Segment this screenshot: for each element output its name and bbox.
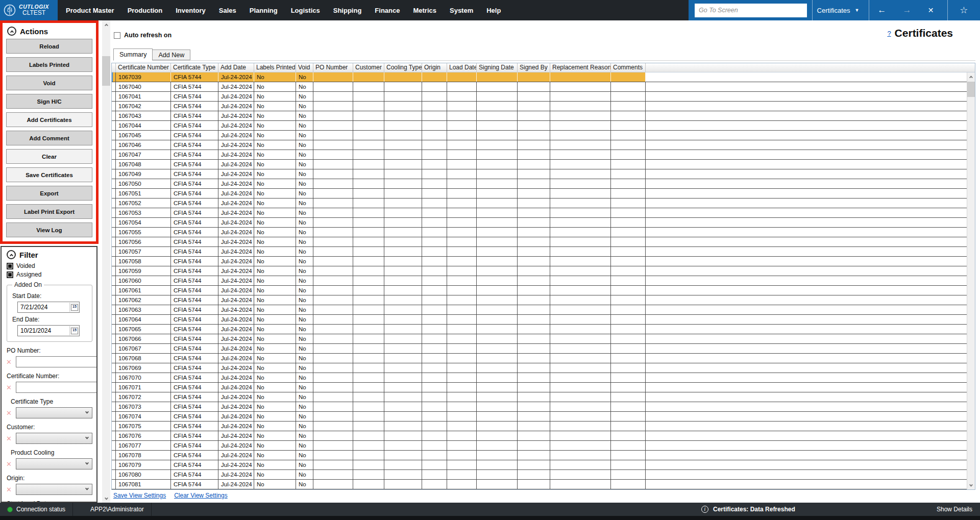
table-row[interactable]: 1067056CFIA 5744Jul-24-2024NoNo bbox=[112, 237, 975, 247]
table-row[interactable]: 1067062CFIA 5744Jul-24-2024NoNo bbox=[112, 295, 975, 305]
table-row[interactable]: 1067069CFIA 5744Jul-24-2024NoNo bbox=[112, 363, 975, 373]
view-log-button[interactable]: View Log bbox=[6, 222, 92, 237]
table-row-selected[interactable]: 1067039CFIA 5744Jul-24-2024NoNo bbox=[112, 72, 975, 82]
table-row[interactable]: 1067050CFIA 5744Jul-24-2024NoNo bbox=[112, 179, 975, 189]
table-row[interactable]: 1067078CFIA 5744Jul-24-2024NoNo bbox=[112, 451, 975, 460]
favorite-star-icon[interactable]: ☆ bbox=[960, 5, 968, 16]
table-row[interactable]: 1067076CFIA 5744Jul-24-2024NoNo bbox=[112, 431, 975, 441]
table-row[interactable]: 1067072CFIA 5744Jul-24-2024NoNo bbox=[112, 392, 975, 402]
clear-filter-icon[interactable]: ✕ bbox=[6, 358, 13, 366]
scroll-up-button[interactable] bbox=[102, 20, 110, 29]
column-header-labels-printed[interactable]: Labels Printed bbox=[254, 63, 296, 72]
sidebar-scrollbar[interactable] bbox=[102, 20, 110, 503]
column-header-origin[interactable]: Origin bbox=[422, 63, 447, 72]
add-certificates-button[interactable]: Add Certificates bbox=[6, 112, 92, 127]
column-header-signing-date[interactable]: Signing Date bbox=[477, 63, 518, 72]
table-scrollbar[interactable] bbox=[967, 72, 975, 489]
table-row[interactable]: 1067047CFIA 5744Jul-24-2024NoNo bbox=[112, 150, 975, 160]
table-row[interactable]: 1067048CFIA 5744Jul-24-2024NoNo bbox=[112, 160, 975, 169]
clear-filter-icon[interactable]: ✕ bbox=[6, 460, 13, 468]
column-header-cooling-type[interactable]: Cooling Type bbox=[384, 63, 422, 72]
menu-finance[interactable]: Finance bbox=[375, 7, 400, 14]
filter-select-certificate-type[interactable] bbox=[16, 407, 92, 418]
menu-help[interactable]: Help bbox=[486, 7, 501, 14]
column-header-add-date[interactable]: Add Date bbox=[218, 63, 254, 72]
menu-production[interactable]: Production bbox=[128, 7, 163, 14]
table-row[interactable]: 1067053CFIA 5744Jul-24-2024NoNo bbox=[112, 208, 975, 218]
collapse-filter-button[interactable] bbox=[7, 250, 16, 259]
menu-sales[interactable]: Sales bbox=[219, 7, 236, 14]
column-header-load-date[interactable]: Load Date bbox=[447, 63, 477, 72]
clear-view-settings-link[interactable]: Clear View Settings bbox=[174, 492, 228, 499]
add-comment-button[interactable]: Add Comment bbox=[6, 131, 92, 145]
table-row[interactable]: 1067055CFIA 5744Jul-24-2024NoNo bbox=[112, 228, 975, 237]
filter-input-po-number[interactable] bbox=[16, 356, 97, 367]
filter-input-certificate-number[interactable] bbox=[16, 382, 97, 393]
menu-logistics[interactable]: Logistics bbox=[291, 7, 320, 14]
table-row[interactable]: 1067068CFIA 5744Jul-24-2024NoNo bbox=[112, 354, 975, 363]
start-date-calendar-button[interactable]: 15 bbox=[69, 303, 79, 312]
clear-filter-icon[interactable]: ✕ bbox=[6, 435, 13, 442]
column-header-certificate-type[interactable]: Certificate Type bbox=[171, 63, 218, 72]
table-row[interactable]: 1067066CFIA 5744Jul-24-2024NoNo bbox=[112, 334, 975, 344]
table-row[interactable]: 1067052CFIA 5744Jul-24-2024NoNo bbox=[112, 199, 975, 208]
table-row[interactable]: 1067057CFIA 5744Jul-24-2024NoNo bbox=[112, 247, 975, 257]
table-row[interactable]: 1067065CFIA 5744Jul-24-2024NoNo bbox=[112, 325, 975, 334]
sign-h-c-button[interactable]: Sign H/C bbox=[6, 94, 92, 109]
tab-summary[interactable]: Summary bbox=[113, 48, 153, 61]
table-row[interactable]: 1067067CFIA 5744Jul-24-2024NoNo bbox=[112, 344, 975, 354]
clear-filter-icon[interactable]: ✕ bbox=[6, 384, 13, 391]
scroll-down-button[interactable] bbox=[967, 481, 975, 489]
table-row[interactable]: 1067045CFIA 5744Jul-24-2024NoNo bbox=[112, 131, 975, 140]
column-header-certificate-number[interactable]: Certificate Number bbox=[116, 63, 171, 72]
menu-metrics[interactable]: Metrics bbox=[413, 7, 436, 14]
forward-arrow-icon[interactable]: → bbox=[902, 0, 911, 20]
table-row[interactable]: 1067060CFIA 5744Jul-24-2024NoNo bbox=[112, 276, 975, 286]
table-row[interactable]: 1067071CFIA 5744Jul-24-2024NoNo bbox=[112, 383, 975, 392]
end-date-input[interactable] bbox=[20, 327, 60, 334]
table-row[interactable]: 1067044CFIA 5744Jul-24-2024NoNo bbox=[112, 121, 975, 131]
column-header-customer[interactable]: Customer bbox=[353, 63, 384, 72]
filter-select-customer[interactable] bbox=[16, 433, 92, 444]
start-date-input[interactable] bbox=[20, 304, 60, 311]
label-print-export-button[interactable]: Label Print Export bbox=[6, 204, 92, 219]
table-row[interactable]: 1067059CFIA 5744Jul-24-2024NoNo bbox=[112, 266, 975, 276]
table-row[interactable]: 1067070CFIA 5744Jul-24-2024NoNo bbox=[112, 373, 975, 383]
column-header-replacement-reason[interactable]: Replacement Reason bbox=[550, 63, 611, 72]
reload-button[interactable]: Reload bbox=[6, 39, 92, 54]
table-row[interactable]: 1067079CFIA 5744Jul-24-2024NoNo bbox=[112, 460, 975, 470]
table-row[interactable]: 1067040CFIA 5744Jul-24-2024NoNo bbox=[112, 82, 975, 92]
clear-filter-icon[interactable]: ✕ bbox=[6, 409, 13, 417]
column-header-po-number[interactable]: PO Number bbox=[313, 63, 353, 72]
clear-filter-icon[interactable]: ✕ bbox=[6, 486, 13, 493]
filter-select-origin[interactable] bbox=[16, 484, 92, 495]
end-date-calendar-button[interactable]: 15 bbox=[69, 326, 79, 335]
table-row[interactable]: 1067077CFIA 5744Jul-24-2024NoNo bbox=[112, 441, 975, 451]
table-row[interactable]: 1067064CFIA 5744Jul-24-2024NoNo bbox=[112, 315, 975, 325]
close-icon[interactable]: ✕ bbox=[928, 0, 934, 20]
auto-refresh-checkbox[interactable] bbox=[114, 32, 120, 39]
go-to-screen-input[interactable] bbox=[695, 4, 807, 17]
table-row[interactable]: 1067075CFIA 5744Jul-24-2024NoNo bbox=[112, 422, 975, 431]
menu-inventory[interactable]: Inventory bbox=[176, 7, 206, 14]
filter-select-product-cooling[interactable] bbox=[16, 458, 92, 469]
help-link[interactable]: ? bbox=[887, 30, 891, 37]
table-row[interactable]: 1067081CFIA 5744Jul-24-2024NoNo bbox=[112, 480, 975, 489]
table-row[interactable]: 1067063CFIA 5744Jul-24-2024NoNo bbox=[112, 305, 975, 315]
save-certificates-button[interactable]: Save Certificates bbox=[6, 167, 92, 182]
labels-printed-button[interactable]: Labels Printed bbox=[6, 57, 92, 72]
table-row[interactable]: 1067074CFIA 5744Jul-24-2024NoNo bbox=[112, 412, 975, 422]
column-header-comments[interactable]: Comments bbox=[611, 63, 646, 72]
clear-button[interactable]: Clear bbox=[6, 149, 92, 164]
save-view-settings-link[interactable]: Save View Settings bbox=[113, 492, 166, 499]
menu-system[interactable]: System bbox=[450, 7, 473, 14]
table-row[interactable]: 1067073CFIA 5744Jul-24-2024NoNo bbox=[112, 402, 975, 412]
column-header-void[interactable]: Void bbox=[296, 63, 313, 72]
screen-selector-dropdown[interactable]: Certificates ▼ bbox=[813, 0, 864, 20]
table-row[interactable]: 1067049CFIA 5744Jul-24-2024NoNo bbox=[112, 169, 975, 179]
menu-product-master[interactable]: Product Master bbox=[66, 7, 114, 14]
export-button[interactable]: Export bbox=[6, 186, 92, 201]
table-row[interactable]: 1067054CFIA 5744Jul-24-2024NoNo bbox=[112, 218, 975, 228]
menu-shipping[interactable]: Shipping bbox=[333, 7, 362, 14]
collapse-actions-button[interactable] bbox=[7, 27, 16, 36]
